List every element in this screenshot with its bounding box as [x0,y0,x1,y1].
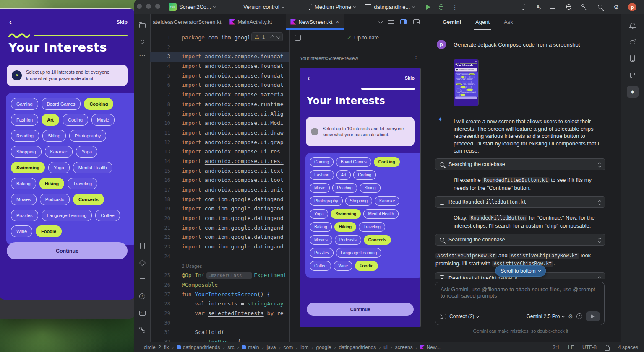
file-encoding[interactable]: UTF-8 [582,344,597,350]
resource-manager-icon[interactable] [627,69,639,81]
device-selector[interactable]: Medium Phone [308,4,356,10]
code-line[interactable]: 29 var selectedInterests by re [150,309,289,318]
expand-icon[interactable] [599,275,601,279]
code-line[interactable]: 5import androidx.compose.foundat [150,71,289,81]
code-line[interactable]: 21import com.ibm.google.datingand [150,223,289,233]
breadcrumb-item[interactable]: main [242,344,259,350]
breadcrumb-item[interactable]: ibm [300,344,308,350]
run-button[interactable] [426,5,430,10]
split-view-icon[interactable] [400,19,407,24]
code-line[interactable]: 3import androidx.compose.foundat [150,52,289,62]
design-view-icon[interactable] [413,19,420,24]
code-line[interactable]: 6import androidx.compose.foundat [150,80,289,90]
usages-hint[interactable]: 2 Usages [182,264,202,269]
breadcrumb-item[interactable]: New... [420,344,441,350]
code-view-icon[interactable] [388,20,394,24]
gemini-input-box[interactable]: Context (2) Gemini 2.5 Pro ⚙ [435,282,605,325]
previous-issue-icon[interactable] [271,36,274,39]
model-selector[interactable]: Gemini 2.5 Pro [526,313,564,319]
code-line[interactable]: 22import com.ibm.google.datingand [150,233,289,242]
search-everywhere-icon[interactable] [598,5,602,9]
code-line[interactable]: 17import androidx.compose.ui.unit [150,185,289,195]
device-explorer-icon[interactable] [627,52,639,64]
code-line[interactable]: 15import androidx.compose.ui.text [150,166,289,176]
tool-call-row[interactable]: Searching the codebase [435,234,605,246]
close-window-icon[interactable] [137,4,142,9]
code-line[interactable]: 12import androidx.compose.ui.grap [150,138,289,148]
gemini-tool-icon[interactable]: ✦ [627,86,639,98]
breadcrumb-item[interactable]: _circle_2_fix [141,344,169,350]
hidden-tabs-icon[interactable] [378,19,382,23]
breadcrumb-item[interactable]: datingandfriends [339,344,376,350]
expand-icon[interactable] [599,161,601,167]
maximize-window-icon[interactable] [155,4,160,9]
next-issue-icon[interactable] [276,34,280,38]
code-line[interactable]: 16import androidx.compose.ui.tool [150,176,289,185]
code-line[interactable]: 31 Scaffold( [150,328,289,337]
project-widget[interactable]: SC Screen2Co... [169,3,216,11]
more-actions-icon[interactable]: ⋮ [452,4,458,10]
pull-requests-icon[interactable] [582,5,587,10]
breadcrumb-item[interactable]: screens [395,344,413,350]
code-line[interactable]: 8import androidx.compose.runtime [150,100,289,109]
breadcrumb-item[interactable]: datingandfriends [177,344,220,350]
breadcrumb-item[interactable]: src [227,344,234,350]
code-line[interactable]: 32 topBar = { [150,337,289,342]
breadcrumb-item[interactable]: google [316,344,331,350]
lock-icon[interactable] [605,347,610,351]
code-line[interactable]: 23import com.ibm.google.datingand [150,242,289,252]
notifications-icon[interactable] [627,19,639,31]
version-control-tool-icon[interactable] [136,324,148,336]
context-selector[interactable]: Context (2) [449,313,479,319]
breadcrumb-item[interactable]: java [266,344,276,350]
commit-tool-icon[interactable] [136,36,148,47]
line-separator[interactable]: LF [568,344,574,350]
tab-ask[interactable]: Ask [504,14,513,30]
preview-name-label[interactable]: YourInterestsScreenPreview [300,56,358,61]
code-line[interactable]: 20import com.ibm.google.datingand [150,214,289,223]
problems-icon[interactable] [566,4,571,10]
tab-mainactivity[interactable]: MainActivity.kt [225,14,276,30]
debug-button[interactable] [439,4,443,10]
tab-agent[interactable]: Agent [475,14,490,30]
code-editor[interactable]: 1package com.ibm.googl23import androidx.… [150,30,289,342]
inspection-widget[interactable]: ⚠ 1 [251,32,283,41]
breadcrumb-item[interactable]: ui [383,344,387,350]
code-line[interactable]: 28 val interests = stringArray [150,299,289,309]
version-control-widget[interactable]: Version control [243,4,284,10]
todo-list-icon[interactable] [550,5,555,9]
code-line[interactable]: 9import androidx.compose.ui.Alig [150,109,289,119]
more-tool-windows-icon[interactable]: ⋯ [136,49,148,61]
code-line[interactable]: 4import androidx.compose.foundat [150,62,289,71]
tab-dateideasgeneratorscreen[interactable]: ateIdeasGeneratorScreen.kt [150,14,225,30]
code-line[interactable]: 26@Composable [150,280,289,290]
minimize-window-icon[interactable] [146,4,151,9]
code-line[interactable]: 25@OptIn(…markerClass = Experiment [150,271,289,280]
indent-setting[interactable]: 4 spaces [618,344,638,350]
tab-newscreen[interactable]: NewScreen.kt × [286,14,343,30]
attach-image-icon[interactable] [440,314,446,319]
code-line[interactable]: 19import com.ibm.google.datingand [150,204,289,214]
project-tool-icon[interactable] [136,19,148,31]
code-line[interactable]: 13import androidx.compose.ui.res. [150,147,289,157]
code-line[interactable]: 18import com.ibm.google.datingand [150,195,289,204]
user-avatar[interactable]: p [628,3,636,11]
preview-options-icon[interactable]: ⋮ [413,55,419,61]
run-configuration-selector[interactable]: datingandfrie... [365,4,415,10]
code-line[interactable]: 10import androidx.compose.ui.Modi [150,119,289,128]
tool-call-row[interactable]: Read RoundedFilledButton.kt [435,196,605,208]
gemini-prompt-input[interactable] [440,285,602,311]
code-line[interactable]: 2 Usages [150,261,289,271]
problems-tool-icon[interactable] [136,290,148,302]
code-line[interactable]: 24 [150,252,289,261]
breadcrumb-item[interactable]: com [283,344,293,350]
code-line[interactable]: 14import androidx.compose.ui.res. [150,157,289,166]
tool-call-row[interactable]: Searching the codebase [435,158,605,170]
gemini-settings-icon[interactable]: ⚙ [568,313,573,319]
running-devices-icon[interactable] [136,240,148,252]
settings-icon[interactable]: ⚙ [613,4,619,10]
gradle-icon[interactable] [627,36,639,47]
close-tab-icon[interactable]: × [336,18,339,25]
send-button[interactable] [586,311,600,321]
history-icon[interactable] [576,313,582,319]
